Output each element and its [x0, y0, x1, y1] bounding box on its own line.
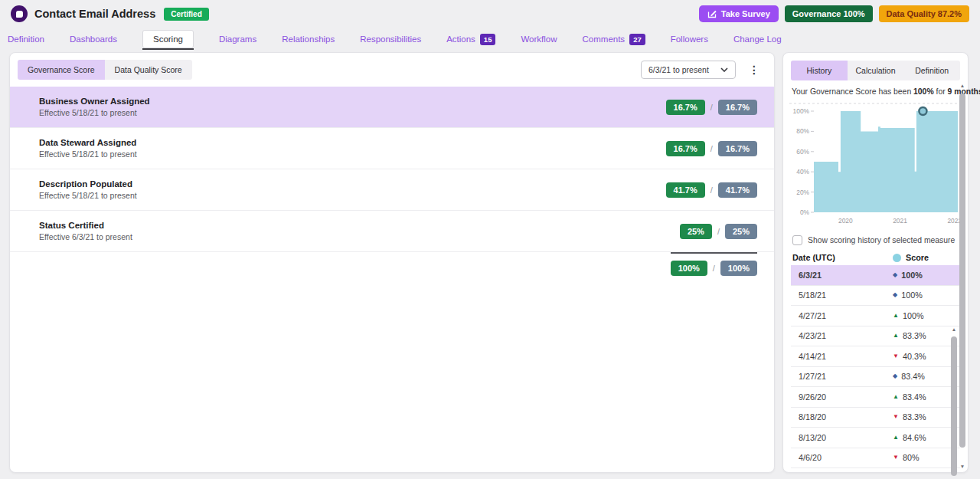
tab-calculation[interactable]: Calculation — [848, 61, 904, 80]
out-of-badge: 25% — [725, 224, 757, 239]
scroll-up-icon[interactable]: ▲ — [951, 327, 957, 333]
history-score: ◆100% — [893, 271, 942, 280]
tab-definition[interactable]: Definition — [903, 61, 960, 80]
tab-responsibilities[interactable]: Responsibilities — [360, 34, 421, 44]
score-legend-dot — [893, 254, 901, 262]
measure-row[interactable]: Description PopulatedEffective 5/18/21 t… — [10, 169, 774, 211]
panel-scrollbar[interactable]: ▲ ▼ — [959, 84, 966, 469]
measure-row[interactable]: Business Owner AssignedEffective 5/18/21… — [10, 87, 774, 128]
measure-row[interactable]: Status CertifiedEffective 6/3/21 to pres… — [10, 211, 774, 252]
score-badge: 16.7% — [666, 141, 705, 156]
out-of-badge: 16.7% — [718, 141, 757, 156]
data-quality-score-badge[interactable]: Data Quality 87.2% — [879, 5, 969, 22]
trend-down-icon: ▼ — [893, 414, 899, 420]
tab-change-log[interactable]: Change Log — [733, 34, 782, 44]
measure-info: Data Steward AssignedEffective 5/18/21 t… — [39, 138, 137, 159]
history-score-value: 100% — [901, 290, 923, 300]
measure-name: Data Steward Assigned — [39, 138, 137, 147]
history-row[interactable]: 8/13/20▲84.6% — [791, 428, 960, 448]
measure-effective-date: Effective 6/3/21 to present — [39, 232, 132, 241]
history-row[interactable]: 5/18/21◆100% — [791, 286, 960, 307]
history-date: 4/14/21 — [799, 352, 826, 361]
history-date: 4/23/21 — [799, 331, 826, 340]
tab-label: Relationships — [282, 34, 335, 44]
measure-info: Status CertifiedEffective 6/3/21 to pres… — [39, 221, 132, 241]
tab-governance-score[interactable]: Governance Score — [18, 60, 105, 80]
take-survey-button[interactable]: Take Survey — [699, 5, 779, 22]
measure-row[interactable]: Data Steward AssignedEffective 5/18/21 t… — [10, 128, 774, 169]
tab-actions[interactable]: Actions15 — [446, 34, 495, 45]
scoring-controls: 6/3/21 to present ⋮ — [641, 61, 764, 79]
trend-up-icon: ▲ — [893, 313, 899, 319]
svg-text:20%: 20% — [796, 189, 809, 196]
history-date: 9/26/20 — [799, 392, 826, 402]
total-out-of-badge: 100% — [720, 261, 757, 276]
measure-name: Status Certified — [39, 221, 132, 230]
scroll-down-icon[interactable]: ▼ — [959, 464, 965, 470]
governance-score-badge[interactable]: Governance 100% — [785, 5, 873, 22]
score-column-header: Score — [893, 253, 942, 262]
tab-data-quality-score[interactable]: Data Quality Score — [105, 60, 192, 80]
history-panel: History Calculation Definition Your Gove… — [782, 52, 969, 473]
date-range-select[interactable]: 6/3/21 to present — [641, 61, 736, 79]
measure-info: Description PopulatedEffective 5/18/21 t… — [39, 179, 137, 200]
history-row[interactable]: 4/27/21▲100% — [791, 306, 960, 326]
header-actions: Take Survey Governance 100% Data Quality… — [699, 5, 969, 22]
history-score: ▲100% — [893, 311, 942, 320]
trend-flat-icon: ◆ — [893, 292, 897, 298]
history-score-value: 40.3% — [903, 352, 926, 361]
measure-effective-date: Effective 5/18/21 to present — [39, 191, 137, 200]
history-row[interactable]: 4/23/21▲83.3% — [791, 326, 960, 347]
history-score: ▼83.3% — [893, 412, 942, 422]
history-score: ▲83.3% — [893, 331, 942, 340]
score-type-toggle: Governance Score Data Quality Score — [18, 60, 192, 80]
tab-scoring[interactable]: Scoring — [142, 30, 194, 48]
table-scrollbar-thumb[interactable] — [951, 336, 957, 476]
history-score-value: 100% — [901, 271, 923, 280]
tab-label: Dashboards — [70, 34, 117, 44]
svg-text:40%: 40% — [796, 168, 809, 176]
trend-down-icon: ▼ — [893, 353, 899, 359]
trend-up-icon: ▲ — [893, 435, 899, 441]
scoring-panel: Governance Score Data Quality Score 6/3/… — [9, 52, 775, 473]
score-badge: 41.7% — [666, 182, 705, 198]
total-row: 100% / 100% — [10, 252, 774, 276]
svg-text:0%: 0% — [800, 208, 810, 216]
tab-diagrams[interactable]: Diagrams — [219, 34, 256, 44]
show-history-checkbox[interactable] — [792, 235, 802, 245]
score-badge: 16.7% — [666, 100, 705, 115]
kebab-menu-button[interactable]: ⋮ — [744, 64, 764, 76]
table-scrollbar[interactable]: ▲ — [951, 327, 957, 479]
svg-text:2021: 2021 — [893, 217, 907, 225]
slash-separator: / — [717, 227, 720, 236]
measure-scores: 16.7%/16.7% — [666, 141, 757, 156]
history-table-header: Date (UTC) Score — [791, 253, 960, 262]
history-row[interactable]: 6/3/21◆100% — [791, 265, 960, 286]
svg-text:2020: 2020 — [838, 217, 853, 225]
history-table: 6/3/21◆100%5/18/21◆100%4/27/21▲100%4/23/… — [791, 265, 960, 468]
app-logo-icon[interactable] — [11, 5, 28, 22]
tab-history[interactable]: History — [791, 61, 848, 80]
tab-label: Responsibilities — [360, 34, 421, 44]
tab-relationships[interactable]: Relationships — [282, 34, 335, 44]
measure-scores: 25%/25% — [680, 224, 757, 239]
scoring-panel-header: Governance Score Data Quality Score 6/3/… — [10, 53, 774, 87]
history-score: ▲84.6% — [893, 433, 942, 442]
history-row[interactable]: 9/26/20▲83.4% — [791, 387, 960, 408]
panel-scrollbar-thumb[interactable] — [959, 94, 965, 448]
tab-comments[interactable]: Comments27 — [583, 34, 645, 45]
tab-label: Definition — [8, 34, 44, 44]
score-badge: 25% — [680, 224, 712, 239]
history-row[interactable]: 4/14/21▼40.3% — [791, 346, 960, 367]
page-header: Contact Email Address Certified Take Sur… — [0, 0, 980, 28]
history-row[interactable]: 1/27/21◆83.4% — [791, 367, 960, 388]
history-row[interactable]: 4/6/20▼80% — [791, 448, 960, 469]
tab-dashboards[interactable]: Dashboards — [70, 34, 117, 44]
tab-followers[interactable]: Followers — [671, 34, 708, 44]
scroll-up-icon[interactable]: ▲ — [959, 84, 965, 89]
asset-title: Contact Email Address — [34, 8, 155, 20]
tab-definition[interactable]: Definition — [8, 34, 44, 44]
tab-count-badge: 15 — [480, 34, 496, 45]
tab-workflow[interactable]: Workflow — [521, 34, 557, 44]
history-row[interactable]: 8/18/20▼83.3% — [791, 408, 960, 428]
